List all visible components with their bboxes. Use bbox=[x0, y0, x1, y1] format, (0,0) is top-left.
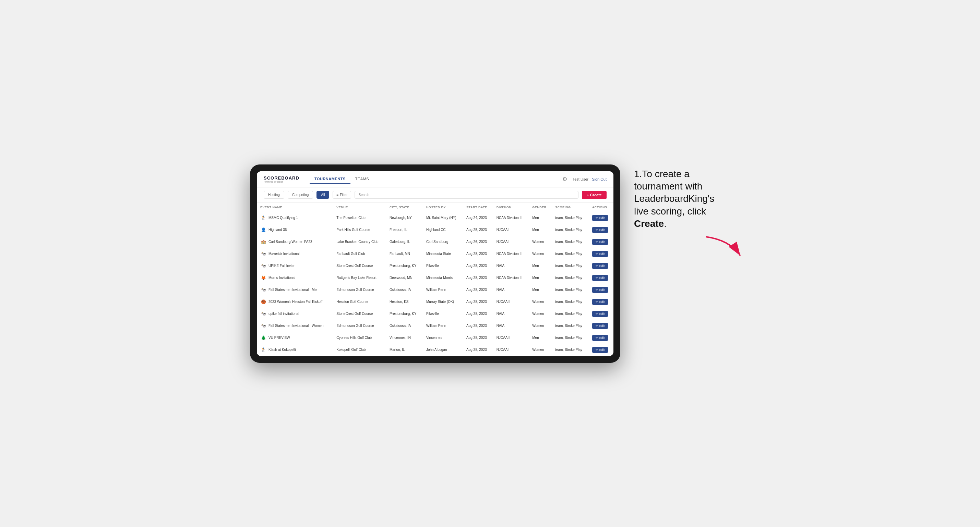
hosting-button[interactable]: Hosting bbox=[264, 191, 284, 199]
event-icon-9: 🐄 bbox=[260, 323, 266, 329]
table-row: 🌲 VU PREVIEW Cypress Hills Golf Club Vin… bbox=[257, 332, 613, 344]
event-icon-7: 🏀 bbox=[260, 299, 266, 305]
cell-city-state-10: Vincennes, IN bbox=[386, 332, 423, 344]
cell-start-date-2: Aug 26, 2023 bbox=[463, 236, 493, 248]
edit-icon-11: ✏ bbox=[596, 348, 598, 352]
event-name-text-8: upike fall invitational bbox=[269, 312, 299, 316]
cell-division-8: NAIA bbox=[493, 308, 529, 320]
event-icon-1: 👤 bbox=[260, 227, 266, 233]
table-row: 🐄 Fall Statesmen Invitational - Women Ed… bbox=[257, 320, 613, 332]
edit-button-9[interactable]: ✏ Edit bbox=[592, 323, 608, 329]
cell-division-6: NAIA bbox=[493, 284, 529, 296]
edit-button-8[interactable]: ✏ Edit bbox=[592, 311, 608, 317]
event-icon-8: 🐄 bbox=[260, 311, 266, 317]
col-gender: GENDER bbox=[529, 203, 552, 212]
cell-start-date-11: Aug 28, 2023 bbox=[463, 344, 493, 356]
cell-division-7: NJCAA II bbox=[493, 296, 529, 308]
red-arrow-icon bbox=[703, 233, 744, 261]
cell-event-name-7: 🏀 2023 Women's Hesston Fall Kickoff bbox=[257, 296, 333, 308]
edit-icon-1: ✏ bbox=[596, 228, 598, 232]
edit-icon-8: ✏ bbox=[596, 312, 598, 316]
edit-button-11[interactable]: ✏ Edit bbox=[592, 347, 608, 353]
cell-venue-7: Hesston Golf Course bbox=[333, 296, 386, 308]
cell-division-11: NJCAA I bbox=[493, 344, 529, 356]
edit-icon-10: ✏ bbox=[596, 336, 598, 340]
edit-button-0[interactable]: ✏ Edit bbox=[592, 215, 608, 221]
cell-division-1: NJCAA I bbox=[493, 224, 529, 236]
cell-scoring-3: team, Stroke Play bbox=[552, 248, 589, 260]
cell-scoring-1: team, Stroke Play bbox=[552, 224, 589, 236]
cell-division-10: NJCAA II bbox=[493, 332, 529, 344]
edit-button-4[interactable]: ✏ Edit bbox=[592, 263, 608, 269]
edit-button-10[interactable]: ✏ Edit bbox=[592, 335, 608, 341]
edit-button-2[interactable]: ✏ Edit bbox=[592, 239, 608, 245]
sign-out-link[interactable]: Sign Out bbox=[592, 177, 606, 181]
create-button[interactable]: + Create bbox=[582, 191, 606, 199]
table-row: 🏌️ Klash at Kokopelli Kokopelli Golf Clu… bbox=[257, 344, 613, 356]
event-name-text-10: VU PREVIEW bbox=[269, 336, 290, 340]
cell-venue-10: Cypress Hills Golf Club bbox=[333, 332, 386, 344]
logo-title: SCOREBOARD bbox=[264, 175, 299, 181]
filter-icon: ≡ bbox=[336, 193, 339, 197]
event-name-text-7: 2023 Women's Hesston Fall Kickoff bbox=[269, 300, 322, 303]
cell-venue-2: Lake Bracken Country Club bbox=[333, 236, 386, 248]
filter-button[interactable]: ≡ Filter bbox=[332, 191, 351, 199]
cell-city-state-7: Hesston, KS bbox=[386, 296, 423, 308]
tab-tournaments[interactable]: TOURNAMENTS bbox=[310, 175, 350, 184]
cell-actions-6: ✏ Edit bbox=[589, 284, 613, 296]
cell-venue-1: Park Hills Golf Course bbox=[333, 224, 386, 236]
cell-venue-3: Faribault Golf Club bbox=[333, 248, 386, 260]
cell-actions-2: ✏ Edit bbox=[589, 236, 613, 248]
event-name-text-4: UPIKE Fall Invite bbox=[269, 264, 294, 268]
cell-actions-10: ✏ Edit bbox=[589, 332, 613, 344]
cell-gender-0: Men bbox=[529, 212, 552, 224]
settings-icon[interactable]: ⚙ bbox=[562, 176, 569, 183]
cell-start-date-6: Aug 28, 2023 bbox=[463, 284, 493, 296]
cell-actions-7: ✏ Edit bbox=[589, 296, 613, 308]
cell-hosted-by-4: Pikeville bbox=[423, 260, 463, 272]
nav-tabs: TOURNAMENTS TEAMS bbox=[310, 175, 552, 184]
cell-division-3: NCAA Division II bbox=[493, 248, 529, 260]
cell-venue-4: StoneCrest Golf Course bbox=[333, 260, 386, 272]
cell-start-date-8: Aug 28, 2023 bbox=[463, 308, 493, 320]
tablet-screen: SCOREBOARD Powered by clippit TOURNAMENT… bbox=[257, 171, 613, 356]
cell-venue-9: Edmundson Golf Course bbox=[333, 320, 386, 332]
cell-event-name-1: 👤 Highland 36 bbox=[257, 224, 333, 236]
cell-venue-5: Ruttger's Bay Lake Resort bbox=[333, 272, 386, 284]
cell-event-name-3: 🐄 Maverick Invitational bbox=[257, 248, 333, 260]
cell-scoring-10: team, Stroke Play bbox=[552, 332, 589, 344]
table-row: 🏫 Carl Sandburg Women FA23 Lake Bracken … bbox=[257, 236, 613, 248]
col-start-date: START DATE bbox=[463, 203, 493, 212]
table-row: 🦊 Morris Invitational Ruttger's Bay Lake… bbox=[257, 272, 613, 284]
edit-icon-7: ✏ bbox=[596, 300, 598, 303]
outer-wrapper: SCOREBOARD Powered by clippit TOURNAMENT… bbox=[250, 165, 730, 363]
cell-start-date-9: Aug 28, 2023 bbox=[463, 320, 493, 332]
edit-button-1[interactable]: ✏ Edit bbox=[592, 227, 608, 233]
all-button[interactable]: All bbox=[317, 191, 329, 199]
cell-scoring-8: team, Stroke Play bbox=[552, 308, 589, 320]
cell-start-date-7: Aug 28, 2023 bbox=[463, 296, 493, 308]
edit-button-3[interactable]: ✏ Edit bbox=[592, 251, 608, 257]
table-row: 🏀 2023 Women's Hesston Fall Kickoff Hess… bbox=[257, 296, 613, 308]
col-venue: VENUE bbox=[333, 203, 386, 212]
table-row: 🐄 upike fall invitational StoneCrest Gol… bbox=[257, 308, 613, 320]
cell-event-name-6: 🐄 Fall Statesmen Invitational - Men bbox=[257, 284, 333, 296]
event-name-text-2: Carl Sandburg Women FA23 bbox=[269, 240, 312, 244]
event-name-text-3: Maverick Invitational bbox=[269, 252, 300, 256]
cell-city-state-1: Freeport, IL bbox=[386, 224, 423, 236]
edit-button-6[interactable]: ✏ Edit bbox=[592, 287, 608, 293]
event-name-text-0: MSMC Qualifying 1 bbox=[269, 216, 298, 220]
cell-start-date-10: Aug 28, 2023 bbox=[463, 332, 493, 344]
search-input[interactable] bbox=[355, 191, 579, 199]
event-name-text-5: Morris Invitational bbox=[269, 276, 295, 279]
edit-button-7[interactable]: ✏ Edit bbox=[592, 299, 608, 305]
cell-scoring-7: team, Stroke Play bbox=[552, 296, 589, 308]
cell-gender-9: Women bbox=[529, 320, 552, 332]
cell-city-state-0: Newburgh, NY bbox=[386, 212, 423, 224]
edit-button-5[interactable]: ✏ Edit bbox=[592, 275, 608, 281]
tab-teams[interactable]: TEAMS bbox=[350, 175, 374, 184]
col-event-name: EVENT NAME bbox=[257, 203, 333, 212]
edit-icon-5: ✏ bbox=[596, 276, 598, 279]
cell-gender-5: Men bbox=[529, 272, 552, 284]
competing-button[interactable]: Competing bbox=[288, 191, 313, 199]
